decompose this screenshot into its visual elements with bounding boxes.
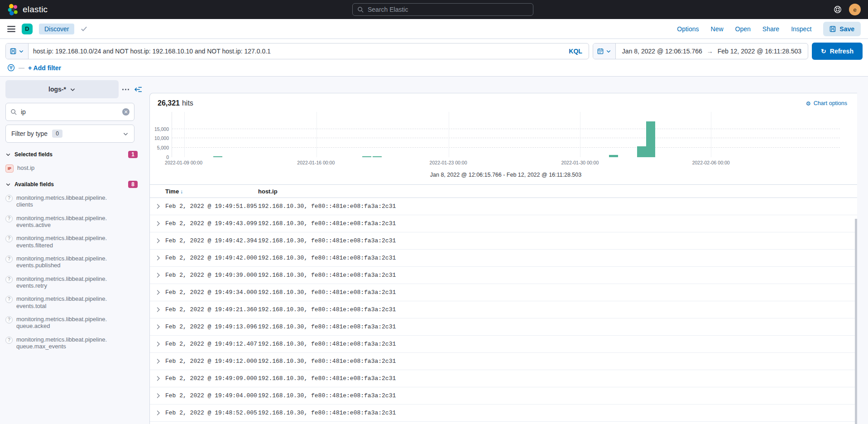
chevron-right-icon — [155, 255, 161, 261]
cell-host-ip: 192.168.10.30, fe80::481e:e08:fa3a:2c31 — [258, 237, 396, 244]
field-name-prefix: monitoring.metrics.libbeat.pipeline. — [16, 235, 107, 241]
field-name: host.ip — [17, 164, 116, 171]
query-input[interactable]: host.ip: 192.168.10.0/24 and NOT host.ip… — [29, 48, 562, 55]
elastic-home-link[interactable]: elastic — [7, 4, 48, 15]
date-range-end[interactable]: Feb 12, 2022 @ 16:11:28.503 — [718, 48, 801, 55]
nav-link-options[interactable]: Options — [677, 25, 699, 33]
available-field-item[interactable]: ?monitoring.metrics.libbeat.pipeline.eve… — [5, 275, 138, 289]
available-field-item[interactable]: ?monitoring.metrics.libbeat.pipeline.que… — [5, 316, 138, 330]
kibana-global-header: elastic Search Elastic e — [0, 0, 868, 19]
available-fields-header[interactable]: Available fields 8 — [5, 181, 138, 188]
expand-row-button[interactable] — [155, 203, 165, 209]
table-scrollbar[interactable] — [855, 219, 857, 424]
histogram-bar[interactable] — [609, 155, 618, 157]
filter-bar: — + Add filter — [5, 60, 863, 73]
available-field-item[interactable]: ?monitoring.metrics.libbeat.pipeline.eve… — [5, 215, 138, 229]
expand-row-button[interactable] — [155, 410, 165, 416]
field-name-prefix: monitoring.metrics.libbeat.pipeline. — [16, 194, 107, 201]
plot-area[interactable] — [172, 112, 840, 157]
cell-host-ip: 192.168.10.30, fe80::481e:e08:fa3a:2c31 — [258, 255, 396, 261]
expand-row-button[interactable] — [155, 324, 165, 330]
expand-row-button[interactable] — [155, 358, 165, 364]
v-gridline — [184, 112, 185, 157]
header-actions: e — [834, 4, 861, 15]
expand-row-button[interactable] — [155, 307, 165, 313]
expand-row-button[interactable] — [155, 289, 165, 295]
chevron-right-icon — [155, 307, 161, 313]
chevron-right-icon — [155, 221, 161, 226]
user-avatar[interactable]: e — [849, 4, 861, 15]
index-pattern-select[interactable]: logs-* — [5, 80, 119, 98]
expand-row-button[interactable] — [155, 376, 165, 381]
expand-row-button[interactable] — [155, 272, 165, 278]
collapse-sidebar-icon[interactable] — [134, 86, 142, 93]
cell-host-ip: 192.168.10.30, fe80::481e:e08:fa3a:2c31 — [258, 306, 396, 313]
chevron-right-icon — [155, 238, 161, 244]
histogram-bar[interactable] — [637, 146, 646, 157]
cell-time: Feb 2, 2022 @ 19:49:12.407 — [165, 341, 258, 347]
breadcrumb-discover[interactable]: Discover — [39, 24, 74, 34]
boxes-horizontal-icon[interactable] — [122, 86, 129, 93]
y-tick-label: 10,000 — [154, 135, 169, 141]
histogram-bar[interactable] — [373, 156, 382, 157]
column-header-time[interactable]: Time↓ — [165, 188, 258, 195]
cell-time: Feb 2, 2022 @ 19:49:39.000 — [165, 272, 258, 279]
field-name-suffix: events.total — [16, 303, 47, 309]
x-axis: 2022-01-09 00:002022-01-16 00:002022-01-… — [172, 159, 840, 168]
table-row: Feb 2, 2022 @ 19:49:43.099192.168.10.30,… — [150, 215, 857, 232]
chevron-right-icon — [155, 410, 161, 416]
chevron-right-icon — [155, 358, 161, 364]
field-name-suffix: events.active — [16, 222, 51, 228]
saved-query-menu-button[interactable] — [6, 43, 29, 59]
filter-by-type-select[interactable]: Filter by type 0 — [5, 125, 134, 143]
table-header-row: Time↓ host.ip — [150, 184, 857, 198]
date-quick-menu-button[interactable] — [593, 43, 616, 59]
help-icon[interactable] — [834, 5, 842, 14]
nav-link-open[interactable]: Open — [735, 25, 751, 33]
expand-row-button[interactable] — [155, 221, 165, 226]
global-search-input[interactable]: Search Elastic — [352, 3, 533, 16]
hamburger-menu-icon[interactable] — [7, 25, 15, 33]
expand-row-button[interactable] — [155, 341, 165, 347]
expand-row-button[interactable] — [155, 238, 165, 244]
query-language-button[interactable]: KQL — [562, 48, 589, 55]
save-button[interactable]: Save — [823, 22, 861, 36]
available-field-item[interactable]: ?monitoring.metrics.libbeat.pipeline.eve… — [5, 295, 138, 309]
field-name: monitoring.metrics.libbeat.pipeline.queu… — [16, 336, 115, 350]
expand-row-button[interactable] — [155, 255, 165, 261]
histogram-bar[interactable] — [362, 156, 371, 157]
available-field-item[interactable]: ?monitoring.metrics.libbeat.pipeline.eve… — [5, 255, 138, 269]
clear-search-icon[interactable]: ✕ — [122, 108, 129, 116]
nav-link-new[interactable]: New — [711, 25, 724, 33]
selected-fields-header[interactable]: Selected fields 1 — [5, 151, 138, 158]
space-badge[interactable]: D — [22, 24, 33, 34]
expand-row-button[interactable] — [155, 393, 165, 399]
filter-icon[interactable] — [7, 64, 15, 72]
date-range-start[interactable]: Jan 8, 2022 @ 12:06:15.766 — [622, 48, 702, 55]
save-icon — [830, 26, 836, 32]
date-picker: Jan 8, 2022 @ 12:06:15.766 → Feb 12, 202… — [593, 43, 808, 59]
cell-host-ip: 192.168.10.30, fe80::481e:e08:fa3a:2c31 — [258, 272, 396, 279]
nav-link-share[interactable]: Share — [762, 25, 779, 33]
chart-options-button[interactable]: ⚙ Chart options — [806, 100, 847, 107]
histogram-bar[interactable] — [213, 156, 222, 157]
histogram-bar[interactable] — [646, 121, 655, 157]
refresh-button[interactable]: ↻ Refresh — [812, 43, 863, 60]
column-header-host-ip[interactable]: host.ip — [258, 188, 278, 195]
field-item-host-ip[interactable]: IP host.ip — [5, 164, 138, 173]
available-field-item[interactable]: ?monitoring.metrics.libbeat.pipeline.eve… — [5, 235, 138, 249]
h-gridline — [172, 147, 840, 148]
available-field-item[interactable]: ?monitoring.metrics.libbeat.pipeline.que… — [5, 336, 138, 350]
nav-link-inspect[interactable]: Inspect — [791, 25, 811, 33]
field-name: monitoring.metrics.libbeat.pipeline.even… — [16, 275, 115, 289]
sort-desc-icon[interactable]: ↓ — [180, 188, 183, 195]
app-nav-bar: D Discover OptionsNewOpenShareInspect Sa… — [0, 19, 868, 39]
y-tick-label: 5,000 — [157, 145, 169, 150]
cell-time: Feb 2, 2022 @ 19:49:34.000 — [165, 289, 258, 296]
field-search-input[interactable]: ip ✕ — [5, 103, 134, 121]
available-field-item[interactable]: ?monitoring.metrics.libbeat.pipeline.cli… — [5, 194, 138, 208]
table-row: Feb 2, 2022 @ 19:49:12.000192.168.10.30,… — [150, 353, 857, 370]
cell-host-ip: 192.168.10.30, fe80::481e:e08:fa3a:2c31 — [258, 358, 396, 365]
chevron-right-icon — [155, 393, 161, 399]
add-filter-button[interactable]: + Add filter — [28, 64, 61, 72]
